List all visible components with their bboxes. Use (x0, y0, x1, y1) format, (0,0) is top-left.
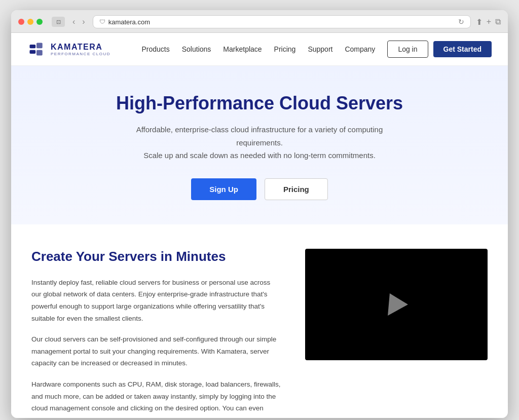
login-button[interactable]: Log in (387, 41, 428, 58)
logo-name: KAMATERA (51, 43, 110, 52)
traffic-lights (18, 19, 43, 25)
minimize-button[interactable] (27, 19, 33, 25)
logo-icon (27, 40, 46, 58)
security-icon: 🛡 (99, 18, 105, 25)
svg-rect-3 (36, 50, 43, 56)
logo-subtitle: PERFORMANCE CLOUD (51, 52, 110, 56)
get-started-button[interactable]: Get Started (433, 41, 492, 57)
nav-actions: Log in Get Started (387, 41, 492, 58)
svg-rect-1 (30, 50, 36, 54)
nav-products[interactable]: Products (142, 45, 170, 53)
hero-subtitle-line1: Affordable, enterprise-class cloud infra… (136, 125, 383, 147)
close-button[interactable] (18, 19, 24, 25)
paragraph-2: Our cloud servers can be self-provisione… (31, 333, 281, 369)
svg-rect-2 (36, 43, 43, 48)
signup-button[interactable]: Sign Up (191, 178, 256, 200)
nav-marketplace[interactable]: Marketplace (223, 45, 262, 53)
hero-subtitle: Affordable, enterprise-class cloud infra… (113, 123, 406, 162)
paragraph-1: Instantly deploy fast, reliable cloud se… (31, 277, 281, 325)
section-title: Create Your Servers in Minutes (31, 249, 281, 264)
content-left: Create Your Servers in Minutes Instantly… (31, 249, 281, 418)
maximize-button[interactable] (36, 19, 43, 25)
nav-support[interactable]: Support (308, 45, 332, 53)
windows-icon[interactable]: ⧉ (495, 17, 501, 26)
page-content: KAMATERA PERFORMANCE CLOUD Products Solu… (11, 33, 508, 418)
play-icon (388, 293, 409, 316)
address-bar[interactable]: 🛡 kamatera.com ↻ (93, 15, 471, 28)
back-button[interactable]: ‹ (70, 16, 78, 27)
tab-controls: ⊡ (52, 17, 65, 27)
nav-pricing[interactable]: Pricing (274, 45, 296, 53)
pricing-button[interactable]: Pricing (265, 178, 328, 200)
navbar: KAMATERA PERFORMANCE CLOUD Products Solu… (11, 33, 508, 66)
main-section: Create Your Servers in Minutes Instantly… (11, 224, 508, 418)
hero-subtitle-line2: Scale up and scale down as needed with n… (143, 151, 376, 160)
browser-window: ⊡ ‹ › 🛡 kamatera.com ↻ ⬆ + ⧉ (11, 10, 508, 418)
svg-rect-0 (30, 45, 36, 48)
logo-text: KAMATERA PERFORMANCE CLOUD (51, 43, 110, 56)
browser-chrome: ⊡ ‹ › 🛡 kamatera.com ↻ ⬆ + ⧉ (11, 10, 508, 33)
tab-switcher-button[interactable]: ⊡ (52, 17, 65, 27)
paragraph-3: Hardware components such as CPU, RAM, di… (31, 378, 281, 418)
forward-button[interactable]: › (80, 16, 87, 27)
nav-company[interactable]: Company (345, 45, 375, 53)
play-button-container[interactable] (385, 293, 408, 316)
hero-buttons: Sign Up Pricing (31, 178, 488, 200)
navigation-buttons: ‹ › (70, 16, 88, 27)
reload-icon[interactable]: ↻ (458, 18, 464, 26)
nav-links: Products Solutions Marketplace Pricing S… (142, 45, 376, 53)
url-display: kamatera.com (108, 18, 150, 26)
nav-solutions[interactable]: Solutions (182, 45, 211, 53)
video-player[interactable] (305, 249, 488, 360)
logo-area: KAMATERA PERFORMANCE CLOUD (27, 40, 110, 58)
hero-section: High-Performance Cloud Servers Affordabl… (11, 66, 508, 224)
content-right (305, 249, 488, 360)
browser-actions: ⬆ + ⧉ (476, 17, 501, 27)
share-icon[interactable]: ⬆ (476, 17, 483, 27)
new-tab-icon[interactable]: + (487, 17, 491, 26)
hero-title: High-Performance Cloud Servers (31, 92, 488, 114)
